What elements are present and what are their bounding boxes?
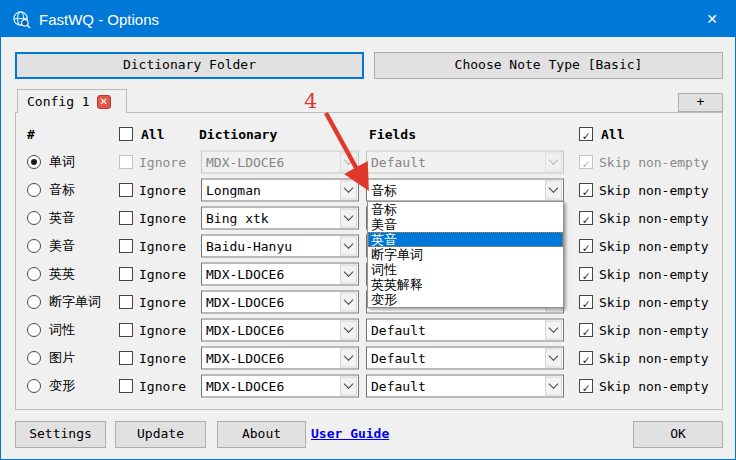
skip-checkbox[interactable]	[579, 379, 593, 393]
row-name-label: 英音	[49, 209, 75, 227]
dictionary-value: MDX-LDOCE6	[202, 155, 339, 170]
row-name-label: 英英	[49, 265, 75, 283]
ignore-label: Ignore	[139, 267, 186, 282]
fields-value: Default	[367, 155, 544, 170]
settings-button[interactable]: Settings	[15, 421, 106, 448]
row-radio[interactable]	[27, 183, 41, 197]
ignore-checkbox[interactable]	[119, 295, 133, 309]
row-radio[interactable]	[27, 155, 41, 169]
ignore-checkbox[interactable]	[119, 351, 133, 365]
ignore-checkbox[interactable]	[119, 323, 133, 337]
fields-value: Default	[367, 351, 544, 366]
tab-close-icon[interactable]: ✕	[97, 95, 111, 109]
about-button[interactable]: About	[217, 421, 306, 448]
skip-label: Skip non-empty	[599, 351, 709, 366]
fields-select[interactable]: Default	[366, 319, 564, 342]
chevron-down-icon	[340, 349, 357, 368]
dropdown-item[interactable]: 美音	[368, 217, 563, 232]
chevron-down-icon	[340, 377, 357, 396]
ignore-label: Ignore	[139, 155, 186, 170]
row-radio[interactable]	[27, 379, 41, 393]
add-tab-button[interactable]: +	[678, 93, 723, 112]
ignore-checkbox[interactable]	[119, 183, 133, 197]
ignore-checkbox[interactable]	[119, 239, 133, 253]
row-name-label: 图片	[49, 349, 75, 367]
table-row: 单词 Ignore MDX-LDOCE6 Default Skip non-em…	[1, 148, 736, 176]
skip-checkbox[interactable]	[579, 155, 593, 169]
dictionary-select[interactable]: MDX-LDOCE6	[201, 375, 359, 398]
dropdown-item[interactable]: 音标	[368, 202, 563, 217]
choose-note-type-button[interactable]: Choose Note Type [Basic]	[374, 52, 723, 79]
row-name-label: 单词	[49, 153, 75, 171]
update-button[interactable]: Update	[115, 421, 206, 448]
table-row: 图片 Ignore MDX-LDOCE6 Default Skip non-em…	[1, 344, 736, 372]
dictionary-select[interactable]: Longman	[201, 179, 359, 202]
chevron-down-icon	[340, 237, 357, 256]
dropdown-item[interactable]: 变形	[368, 292, 563, 307]
all-skip-checkbox[interactable]	[579, 127, 593, 141]
skip-checkbox[interactable]	[579, 239, 593, 253]
row-name-label: 断字单词	[49, 293, 101, 311]
dropdown-item[interactable]: 断字单词	[368, 247, 563, 262]
row-radio[interactable]	[27, 351, 41, 365]
dictionary-folder-button[interactable]: Dictionary Folder	[15, 52, 364, 79]
row-radio[interactable]	[27, 295, 41, 309]
skip-label: Skip non-empty	[599, 379, 709, 394]
row-name-label: 音标	[49, 181, 75, 199]
chevron-down-icon	[545, 153, 562, 172]
dictionary-select[interactable]: MDX-LDOCE6	[201, 347, 359, 370]
annotation-number: 4	[304, 89, 317, 113]
tab-config-1[interactable]: Config 1 ✕	[17, 89, 127, 113]
user-guide-link[interactable]: User Guide	[311, 426, 389, 441]
dictionary-select[interactable]: MDX-LDOCE6	[201, 291, 359, 314]
skip-checkbox[interactable]	[579, 211, 593, 225]
skip-checkbox[interactable]	[579, 351, 593, 365]
skip-checkbox[interactable]	[579, 323, 593, 337]
row-radio[interactable]	[27, 267, 41, 281]
header-hash: #	[27, 127, 35, 142]
ignore-label: Ignore	[139, 239, 186, 254]
row-name-label: 美音	[49, 237, 75, 255]
fields-value: 音标	[367, 181, 544, 199]
table-row: 音标 Ignore Longman 音标 Skip non-empty	[1, 176, 736, 204]
skip-label: Skip non-empty	[599, 183, 709, 198]
fields-select[interactable]: 音标	[366, 179, 564, 202]
dictionary-select[interactable]: Baidu-Hanyu	[201, 235, 359, 258]
ignore-label: Ignore	[139, 323, 186, 338]
skip-checkbox[interactable]	[579, 295, 593, 309]
row-radio[interactable]	[27, 211, 41, 225]
dropdown-item[interactable]: 词性	[368, 262, 563, 277]
table-header-row: # All Dictionary Fields All	[1, 120, 736, 148]
dictionary-select[interactable]: MDX-LDOCE6	[201, 263, 359, 286]
ignore-checkbox[interactable]	[119, 211, 133, 225]
dropdown-item[interactable]: 英英解释	[368, 277, 563, 292]
ignore-label: Ignore	[139, 379, 186, 394]
skip-label: Skip non-empty	[599, 295, 709, 310]
dictionary-select[interactable]: MDX-LDOCE6	[201, 319, 359, 342]
chevron-down-icon	[340, 181, 357, 200]
ignore-checkbox[interactable]	[119, 155, 133, 169]
dictionary-select[interactable]: MDX-LDOCE6	[201, 151, 359, 174]
ignore-checkbox[interactable]	[119, 267, 133, 281]
chevron-down-icon	[340, 153, 357, 172]
dictionary-value: Bing xtk	[202, 211, 339, 226]
all-ignore-checkbox[interactable]	[119, 127, 133, 141]
fields-select[interactable]: Default	[366, 375, 564, 398]
dropdown-item[interactable]: 英音	[368, 232, 563, 247]
chevron-down-icon	[545, 181, 562, 200]
skip-label: Skip non-empty	[599, 155, 709, 170]
row-radio[interactable]	[27, 323, 41, 337]
dictionary-value: MDX-LDOCE6	[202, 295, 339, 310]
fields-select[interactable]: Default	[366, 347, 564, 370]
skip-label: Skip non-empty	[599, 323, 709, 338]
skip-checkbox[interactable]	[579, 267, 593, 281]
fields-select[interactable]: Default	[366, 151, 564, 174]
skip-label: Skip non-empty	[599, 211, 709, 226]
row-radio[interactable]	[27, 239, 41, 253]
ignore-checkbox[interactable]	[119, 379, 133, 393]
dictionary-value: MDX-LDOCE6	[202, 351, 339, 366]
skip-checkbox[interactable]	[579, 183, 593, 197]
ok-button[interactable]: OK	[633, 421, 723, 448]
dictionary-select[interactable]: Bing xtk	[201, 207, 359, 230]
window-close-button[interactable]: ✕	[689, 1, 735, 37]
